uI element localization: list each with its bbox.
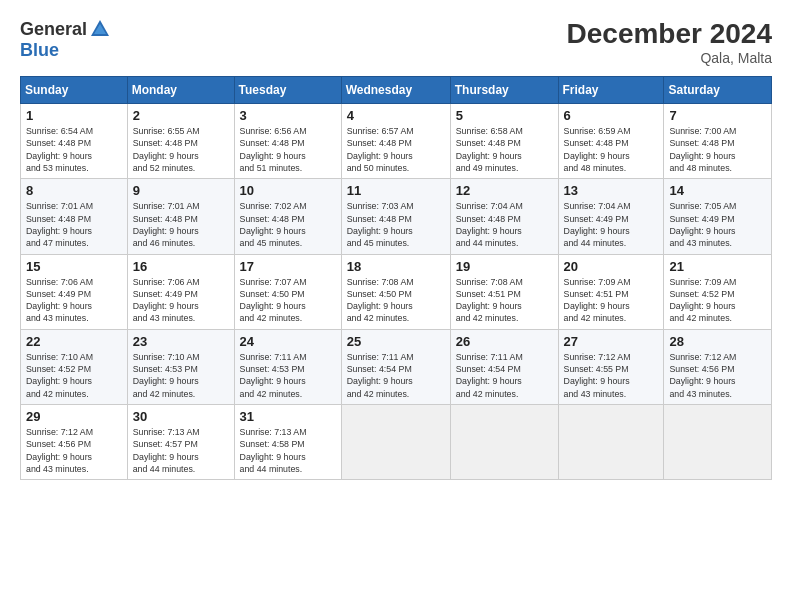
day-number: 31 — [240, 409, 336, 424]
calendar-cell: 2Sunrise: 6:55 AMSunset: 4:48 PMDaylight… — [127, 104, 234, 179]
calendar-cell: 15Sunrise: 7:06 AMSunset: 4:49 PMDayligh… — [21, 254, 128, 329]
day-number: 2 — [133, 108, 229, 123]
day-number: 19 — [456, 259, 553, 274]
day-info: Sunrise: 7:10 AMSunset: 4:52 PMDaylight:… — [26, 351, 122, 400]
day-info: Sunrise: 7:08 AMSunset: 4:50 PMDaylight:… — [347, 276, 445, 325]
calendar-cell: 13Sunrise: 7:04 AMSunset: 4:49 PMDayligh… — [558, 179, 664, 254]
logo-blue-text: Blue — [20, 40, 59, 61]
month-title: December 2024 — [567, 18, 772, 50]
calendar-cell: 6Sunrise: 6:59 AMSunset: 4:48 PMDaylight… — [558, 104, 664, 179]
day-number: 17 — [240, 259, 336, 274]
calendar-cell: 31Sunrise: 7:13 AMSunset: 4:58 PMDayligh… — [234, 405, 341, 480]
day-number: 16 — [133, 259, 229, 274]
day-info: Sunrise: 7:12 AMSunset: 4:55 PMDaylight:… — [564, 351, 659, 400]
day-info: Sunrise: 6:56 AMSunset: 4:48 PMDaylight:… — [240, 125, 336, 174]
day-info: Sunrise: 7:12 AMSunset: 4:56 PMDaylight:… — [669, 351, 766, 400]
calendar-cell — [664, 405, 772, 480]
day-number: 10 — [240, 183, 336, 198]
day-number: 12 — [456, 183, 553, 198]
day-info: Sunrise: 6:58 AMSunset: 4:48 PMDaylight:… — [456, 125, 553, 174]
day-info: Sunrise: 7:08 AMSunset: 4:51 PMDaylight:… — [456, 276, 553, 325]
calendar-cell: 23Sunrise: 7:10 AMSunset: 4:53 PMDayligh… — [127, 329, 234, 404]
col-monday: Monday — [127, 77, 234, 104]
col-saturday: Saturday — [664, 77, 772, 104]
day-info: Sunrise: 6:55 AMSunset: 4:48 PMDaylight:… — [133, 125, 229, 174]
day-number: 26 — [456, 334, 553, 349]
calendar-week-5: 29Sunrise: 7:12 AMSunset: 4:56 PMDayligh… — [21, 405, 772, 480]
day-info: Sunrise: 7:06 AMSunset: 4:49 PMDaylight:… — [26, 276, 122, 325]
title-block: December 2024 Qala, Malta — [567, 18, 772, 66]
col-thursday: Thursday — [450, 77, 558, 104]
calendar-cell: 17Sunrise: 7:07 AMSunset: 4:50 PMDayligh… — [234, 254, 341, 329]
day-info: Sunrise: 7:05 AMSunset: 4:49 PMDaylight:… — [669, 200, 766, 249]
day-info: Sunrise: 7:09 AMSunset: 4:52 PMDaylight:… — [669, 276, 766, 325]
logo-icon — [89, 18, 111, 40]
calendar-header: Sunday Monday Tuesday Wednesday Thursday… — [21, 77, 772, 104]
day-info: Sunrise: 7:01 AMSunset: 4:48 PMDaylight:… — [133, 200, 229, 249]
calendar-cell: 29Sunrise: 7:12 AMSunset: 4:56 PMDayligh… — [21, 405, 128, 480]
calendar-cell: 24Sunrise: 7:11 AMSunset: 4:53 PMDayligh… — [234, 329, 341, 404]
location: Qala, Malta — [567, 50, 772, 66]
day-number: 21 — [669, 259, 766, 274]
day-number: 20 — [564, 259, 659, 274]
calendar-cell: 27Sunrise: 7:12 AMSunset: 4:55 PMDayligh… — [558, 329, 664, 404]
calendar-cell: 16Sunrise: 7:06 AMSunset: 4:49 PMDayligh… — [127, 254, 234, 329]
day-number: 29 — [26, 409, 122, 424]
header: General Blue December 2024 Qala, Malta — [20, 18, 772, 66]
calendar-week-2: 8Sunrise: 7:01 AMSunset: 4:48 PMDaylight… — [21, 179, 772, 254]
calendar-cell: 14Sunrise: 7:05 AMSunset: 4:49 PMDayligh… — [664, 179, 772, 254]
calendar-cell: 28Sunrise: 7:12 AMSunset: 4:56 PMDayligh… — [664, 329, 772, 404]
col-sunday: Sunday — [21, 77, 128, 104]
day-number: 15 — [26, 259, 122, 274]
calendar-cell: 5Sunrise: 6:58 AMSunset: 4:48 PMDaylight… — [450, 104, 558, 179]
calendar-cell: 8Sunrise: 7:01 AMSunset: 4:48 PMDaylight… — [21, 179, 128, 254]
day-info: Sunrise: 7:11 AMSunset: 4:53 PMDaylight:… — [240, 351, 336, 400]
calendar-cell: 4Sunrise: 6:57 AMSunset: 4:48 PMDaylight… — [341, 104, 450, 179]
day-number: 13 — [564, 183, 659, 198]
day-number: 23 — [133, 334, 229, 349]
day-number: 22 — [26, 334, 122, 349]
calendar-cell: 1Sunrise: 6:54 AMSunset: 4:48 PMDaylight… — [21, 104, 128, 179]
calendar-cell: 18Sunrise: 7:08 AMSunset: 4:50 PMDayligh… — [341, 254, 450, 329]
day-number: 28 — [669, 334, 766, 349]
day-info: Sunrise: 7:09 AMSunset: 4:51 PMDaylight:… — [564, 276, 659, 325]
day-number: 25 — [347, 334, 445, 349]
calendar-cell: 12Sunrise: 7:04 AMSunset: 4:48 PMDayligh… — [450, 179, 558, 254]
day-number: 1 — [26, 108, 122, 123]
calendar-cell: 11Sunrise: 7:03 AMSunset: 4:48 PMDayligh… — [341, 179, 450, 254]
calendar: Sunday Monday Tuesday Wednesday Thursday… — [20, 76, 772, 480]
calendar-cell: 20Sunrise: 7:09 AMSunset: 4:51 PMDayligh… — [558, 254, 664, 329]
day-info: Sunrise: 7:07 AMSunset: 4:50 PMDaylight:… — [240, 276, 336, 325]
calendar-week-4: 22Sunrise: 7:10 AMSunset: 4:52 PMDayligh… — [21, 329, 772, 404]
day-info: Sunrise: 7:04 AMSunset: 4:48 PMDaylight:… — [456, 200, 553, 249]
day-number: 9 — [133, 183, 229, 198]
page: General Blue December 2024 Qala, Malta S… — [0, 0, 792, 612]
day-info: Sunrise: 7:01 AMSunset: 4:48 PMDaylight:… — [26, 200, 122, 249]
day-info: Sunrise: 7:13 AMSunset: 4:57 PMDaylight:… — [133, 426, 229, 475]
day-info: Sunrise: 6:57 AMSunset: 4:48 PMDaylight:… — [347, 125, 445, 174]
calendar-cell: 26Sunrise: 7:11 AMSunset: 4:54 PMDayligh… — [450, 329, 558, 404]
logo: General Blue — [20, 18, 111, 61]
header-row: Sunday Monday Tuesday Wednesday Thursday… — [21, 77, 772, 104]
day-number: 7 — [669, 108, 766, 123]
day-number: 18 — [347, 259, 445, 274]
day-info: Sunrise: 7:11 AMSunset: 4:54 PMDaylight:… — [456, 351, 553, 400]
day-info: Sunrise: 7:11 AMSunset: 4:54 PMDaylight:… — [347, 351, 445, 400]
day-number: 30 — [133, 409, 229, 424]
day-info: Sunrise: 7:00 AMSunset: 4:48 PMDaylight:… — [669, 125, 766, 174]
day-info: Sunrise: 7:06 AMSunset: 4:49 PMDaylight:… — [133, 276, 229, 325]
calendar-cell: 21Sunrise: 7:09 AMSunset: 4:52 PMDayligh… — [664, 254, 772, 329]
calendar-cell: 7Sunrise: 7:00 AMSunset: 4:48 PMDaylight… — [664, 104, 772, 179]
day-number: 3 — [240, 108, 336, 123]
calendar-cell: 30Sunrise: 7:13 AMSunset: 4:57 PMDayligh… — [127, 405, 234, 480]
day-number: 4 — [347, 108, 445, 123]
calendar-cell: 10Sunrise: 7:02 AMSunset: 4:48 PMDayligh… — [234, 179, 341, 254]
day-info: Sunrise: 7:04 AMSunset: 4:49 PMDaylight:… — [564, 200, 659, 249]
col-tuesday: Tuesday — [234, 77, 341, 104]
day-info: Sunrise: 6:54 AMSunset: 4:48 PMDaylight:… — [26, 125, 122, 174]
calendar-cell: 22Sunrise: 7:10 AMSunset: 4:52 PMDayligh… — [21, 329, 128, 404]
day-info: Sunrise: 7:12 AMSunset: 4:56 PMDaylight:… — [26, 426, 122, 475]
day-info: Sunrise: 7:03 AMSunset: 4:48 PMDaylight:… — [347, 200, 445, 249]
calendar-week-1: 1Sunrise: 6:54 AMSunset: 4:48 PMDaylight… — [21, 104, 772, 179]
calendar-cell — [450, 405, 558, 480]
